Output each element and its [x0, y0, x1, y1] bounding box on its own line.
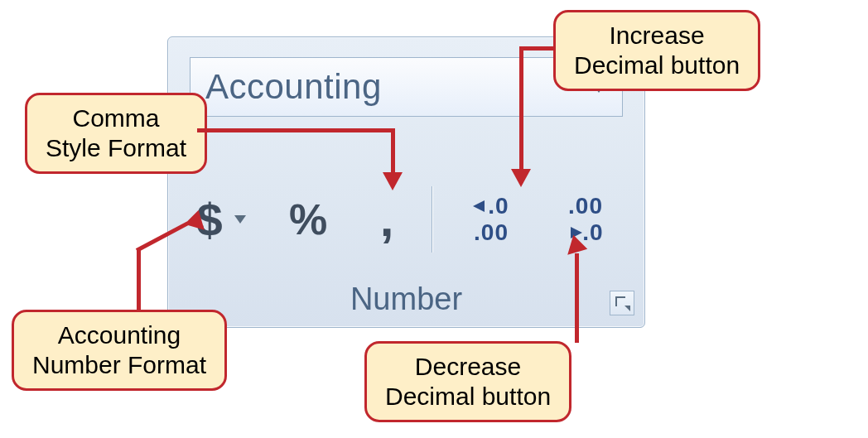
number-format-selected: Accounting	[205, 67, 382, 107]
group-label: Number	[168, 282, 644, 317]
callout-comma-style: Comma Style Format	[25, 93, 207, 174]
chevron-down-icon	[234, 215, 246, 224]
decrease-decimal-button[interactable]: .00 .0	[538, 182, 633, 257]
callout-arrow	[137, 248, 141, 311]
callout-arrow	[197, 128, 393, 132]
dialog-launcher-button[interactable]	[610, 291, 634, 315]
callout-arrow	[575, 253, 579, 343]
percent-style-button[interactable]: %	[263, 174, 354, 265]
arrowhead-icon	[383, 172, 403, 190]
callout-increase-decimal: Increase Decimal button	[553, 10, 760, 91]
percent-icon: %	[289, 195, 327, 244]
increase-decimal-button[interactable]: .0 .00	[444, 182, 538, 257]
callout-accounting-number: Accounting Number Format	[12, 310, 227, 391]
callout-arrow	[519, 46, 523, 171]
callout-arrow	[522, 46, 555, 51]
separator	[432, 186, 432, 253]
increase-decimal-icon: .0	[473, 193, 509, 219]
arrowhead-icon	[511, 169, 531, 187]
callout-decrease-decimal: Decrease Decimal button	[364, 341, 571, 422]
comma-icon: ,	[380, 212, 394, 227]
callout-arrow	[391, 128, 395, 174]
